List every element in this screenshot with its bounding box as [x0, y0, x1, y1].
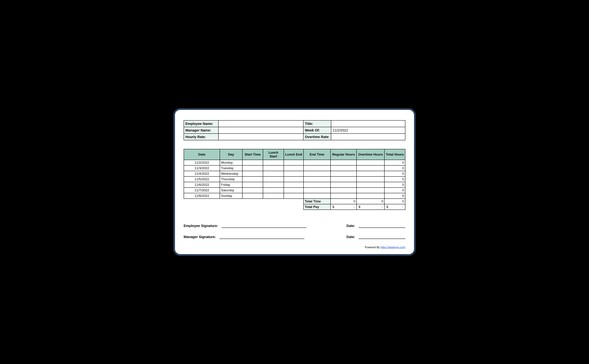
cell-day[interactable]: Friday: [220, 182, 242, 188]
total-time-row: Total Time 0 0 0: [184, 199, 405, 204]
total-pay-overtime: $-: [356, 204, 384, 210]
cell-end-time[interactable]: [303, 171, 331, 176]
cell-lunch-end[interactable]: [284, 188, 303, 193]
employee-name-value[interactable]: [218, 120, 303, 127]
hourly-rate-value[interactable]: [218, 134, 303, 140]
signatures-section: Employee Signature: Date: Manager Signat…: [184, 224, 405, 239]
cell-date[interactable]: 11/5/2022: [184, 176, 220, 182]
cell-start-time[interactable]: [242, 160, 263, 165]
manager-signature-line[interactable]: [220, 235, 304, 239]
cell-day[interactable]: Thursday: [220, 176, 242, 182]
employee-signature-line[interactable]: [221, 224, 307, 228]
manager-signature-date-label: Date:: [347, 235, 355, 239]
cell-regular-hours[interactable]: [331, 193, 357, 199]
cell-total-hours: 0: [384, 176, 405, 182]
timesheet-table: Date Day Start Time Lunch Start Lunch En…: [184, 149, 405, 210]
cell-lunch-end[interactable]: [284, 160, 303, 165]
cell-day[interactable]: Sunday: [220, 193, 242, 199]
cell-day[interactable]: Tuesday: [220, 165, 242, 171]
cell-start-time[interactable]: [242, 165, 263, 171]
cell-lunch-start[interactable]: [263, 188, 284, 193]
cell-overtime-hours[interactable]: [356, 193, 384, 199]
cell-total-hours: 0: [384, 182, 405, 188]
timesheet-row: 11/5/2022Thursday0: [184, 176, 405, 182]
total-time-regular: 0: [331, 199, 357, 204]
info-row: Employee Name: Title:: [184, 120, 405, 127]
cell-end-time[interactable]: [303, 165, 331, 171]
col-regular-hours: Regular Hours: [331, 149, 357, 160]
employee-name-label: Employee Name:: [184, 120, 218, 127]
cell-end-time[interactable]: [303, 188, 331, 193]
overtime-rate-value[interactable]: [331, 134, 405, 140]
total-pay-label: Total Pay: [303, 204, 331, 210]
cell-lunch-start[interactable]: [263, 176, 284, 182]
cell-lunch-start[interactable]: [263, 171, 284, 176]
cell-lunch-start[interactable]: [263, 193, 284, 199]
cell-overtime-hours[interactable]: [356, 165, 384, 171]
cell-lunch-end[interactable]: [284, 176, 303, 182]
cell-lunch-end[interactable]: [284, 193, 303, 199]
cell-day[interactable]: Saturday: [220, 188, 242, 193]
employee-signature-date-line[interactable]: [359, 224, 405, 228]
cell-end-time[interactable]: [303, 160, 331, 165]
hourly-rate-label: Hourly Rate:: [184, 134, 218, 140]
cell-date[interactable]: 11/6/2022: [184, 182, 220, 188]
cell-start-time[interactable]: [242, 193, 263, 199]
cell-regular-hours[interactable]: [331, 171, 357, 176]
cell-end-time[interactable]: [303, 182, 331, 188]
cell-date[interactable]: 11/4/2022: [184, 171, 220, 176]
cell-date[interactable]: 11/3/2022: [184, 165, 220, 171]
cell-lunch-end[interactable]: [284, 182, 303, 188]
cell-date[interactable]: 11/2/2022: [184, 160, 220, 165]
cell-total-hours: 0: [384, 171, 405, 176]
cell-lunch-start[interactable]: [263, 182, 284, 188]
timesheet-row: 11/2/2022Monday0: [184, 160, 405, 165]
cell-overtime-hours[interactable]: [356, 160, 384, 165]
total-time-overtime: 0: [356, 199, 384, 204]
total-pay-total: $-: [384, 204, 405, 210]
cell-overtime-hours[interactable]: [356, 182, 384, 188]
cell-end-time[interactable]: [303, 193, 331, 199]
cell-start-time[interactable]: [242, 171, 263, 176]
cell-overtime-hours[interactable]: [356, 171, 384, 176]
cell-day[interactable]: Wednesday: [220, 171, 242, 176]
cell-overtime-hours[interactable]: [356, 176, 384, 182]
cell-lunch-end[interactable]: [284, 171, 303, 176]
cell-start-time[interactable]: [242, 182, 263, 188]
week-of-value[interactable]: 11/2/2022: [331, 127, 405, 134]
cell-regular-hours[interactable]: [331, 182, 357, 188]
employee-info-table: Employee Name: Title: Manager Name: Week…: [184, 120, 405, 140]
cell-lunch-start[interactable]: [263, 160, 284, 165]
cell-overtime-hours[interactable]: [356, 188, 384, 193]
week-of-label: Week Of:: [303, 127, 331, 134]
cell-end-time[interactable]: [303, 176, 331, 182]
cell-start-time[interactable]: [242, 176, 263, 182]
powered-by-link[interactable]: https://apploye.com/: [381, 246, 405, 249]
employee-signature-row: Employee Signature: Date:: [184, 224, 405, 228]
cell-regular-hours[interactable]: [331, 176, 357, 182]
header-row: Date Day Start Time Lunch Start Lunch En…: [184, 149, 405, 160]
cell-start-time[interactable]: [242, 188, 263, 193]
title-value[interactable]: [331, 120, 405, 127]
cell-regular-hours[interactable]: [331, 188, 357, 193]
cell-lunch-start[interactable]: [263, 165, 284, 171]
cell-regular-hours[interactable]: [331, 160, 357, 165]
col-overtime-hours: Overtime Hours: [356, 149, 384, 160]
timesheet-row: 11/3/2022Tuesday0: [184, 165, 405, 171]
cell-total-hours: 0: [384, 160, 405, 165]
powered-by-text: Powered By: [365, 246, 381, 249]
footer: Powered By https://apploye.com/: [184, 246, 405, 249]
manager-signature-date-line[interactable]: [359, 235, 405, 239]
cell-regular-hours[interactable]: [331, 165, 357, 171]
cell-date[interactable]: 11/8/2022: [184, 193, 220, 199]
cell-date[interactable]: 11/7/2022: [184, 188, 220, 193]
cell-lunch-end[interactable]: [284, 165, 303, 171]
col-total-hours: Total Hours: [384, 149, 405, 160]
overtime-rate-label: Overtime Rate:: [303, 134, 331, 140]
timesheet-row: 11/8/2022Sunday0: [184, 193, 405, 199]
col-start-time: Start Time: [242, 149, 263, 160]
cell-total-hours: 0: [384, 188, 405, 193]
manager-name-value[interactable]: [218, 127, 303, 134]
timesheet-row: 11/6/2022Friday0: [184, 182, 405, 188]
cell-day[interactable]: Monday: [220, 160, 242, 165]
